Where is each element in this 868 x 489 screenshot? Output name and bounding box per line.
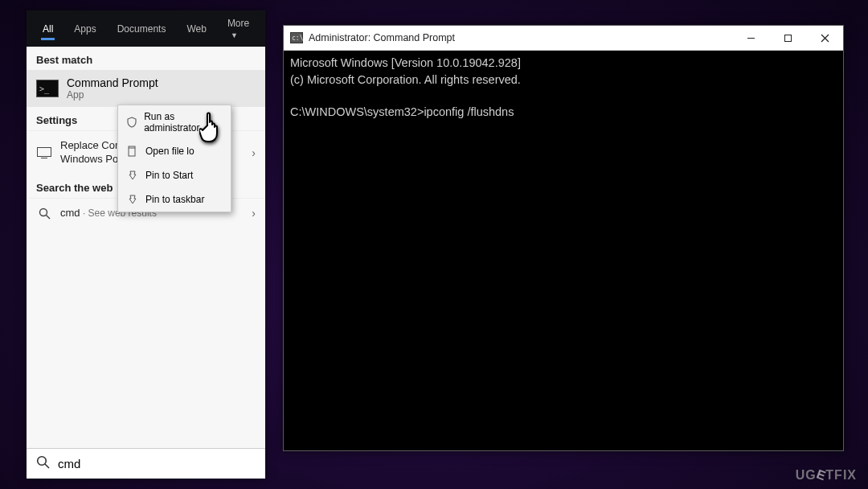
svg-point-4	[38, 457, 47, 466]
tab-documents[interactable]: Documents	[109, 18, 174, 39]
heading-best-match: Best match	[27, 47, 265, 70]
close-button[interactable]	[806, 26, 843, 51]
chevron-right-icon: ›	[252, 146, 256, 159]
ctx-pin-to-start[interactable]: Pin to Start	[118, 163, 231, 187]
search-input[interactable]	[58, 457, 256, 471]
window-controls	[732, 26, 843, 51]
pin-icon	[126, 169, 139, 182]
monitor-icon	[36, 147, 52, 158]
cmd-terminal-body[interactable]: Microsoft Windows [Version 10.0.19042.92…	[284, 51, 843, 450]
best-match-result[interactable]: >_ Command Prompt App	[27, 70, 265, 107]
maximize-button[interactable]	[769, 26, 806, 51]
tab-more-label: More	[227, 18, 249, 29]
chevron-right-icon: ›	[252, 207, 256, 220]
search-tabs: All Apps Documents Web More ▼	[27, 10, 265, 47]
svg-rect-9	[784, 35, 791, 41]
cmd-title-left: c:\ Administrator: Command Prompt	[284, 32, 455, 43]
chevron-down-icon: ▼	[231, 31, 238, 39]
tab-more[interactable]: More ▼	[219, 13, 257, 45]
watermark-before: UG	[796, 468, 817, 482]
ctx-pin-taskbar-label: Pin to taskbar	[145, 194, 204, 205]
cmd-prompt: C:\WINDOWS\system32>	[290, 105, 424, 118]
cmd-line1: Microsoft Windows [Version 10.0.19042.92…	[290, 56, 521, 69]
svg-rect-0	[38, 147, 51, 156]
ctx-pin-to-taskbar[interactable]: Pin to taskbar	[118, 187, 231, 212]
command-prompt-window: c:\ Administrator: Command Prompt Micros…	[283, 25, 844, 451]
command-prompt-app-icon: >_	[36, 80, 59, 97]
watermark-after: TFIX	[825, 468, 857, 482]
search-icon	[36, 455, 50, 472]
ctx-open-loc-label: Open file lo	[145, 146, 194, 157]
svg-point-2	[39, 208, 47, 216]
svg-line-5	[45, 464, 49, 468]
cursor-hand-icon	[199, 109, 225, 146]
start-menu-search-panel: All Apps Documents Web More ▼ Best match…	[27, 10, 265, 479]
cmd-window-title: Administrator: Command Prompt	[309, 32, 455, 43]
tab-web[interactable]: Web	[178, 18, 214, 39]
tab-all[interactable]: All	[35, 18, 61, 39]
shield-icon	[126, 116, 137, 129]
cmd-line2: (c) Microsoft Corporation. All rights re…	[290, 73, 521, 86]
cmd-command: ipconfig /flushdns	[424, 105, 514, 118]
search-input-bar	[27, 448, 265, 479]
svg-line-3	[46, 215, 50, 219]
best-match-subtitle: App	[67, 89, 158, 101]
ctx-pin-start-label: Pin to Start	[145, 170, 193, 181]
best-match-title: Command Prompt	[67, 76, 158, 89]
cmd-titlebar[interactable]: c:\ Administrator: Command Prompt	[284, 26, 843, 51]
minimize-button[interactable]	[732, 26, 769, 51]
folder-open-icon	[126, 145, 139, 158]
search-icon	[36, 208, 52, 220]
best-match-text: Command Prompt App	[67, 76, 158, 101]
web-query: cmd	[60, 207, 80, 219]
tab-apps[interactable]: Apps	[66, 18, 104, 39]
pin-taskbar-icon	[126, 193, 139, 206]
command-prompt-titlebar-icon: c:\	[290, 32, 303, 43]
watermark: UGETFIX	[796, 468, 857, 483]
